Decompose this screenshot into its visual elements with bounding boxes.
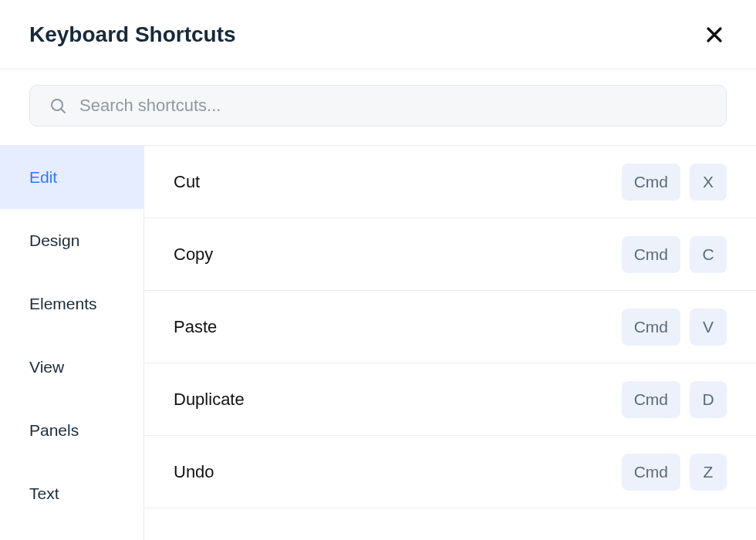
search-box[interactable] [29,85,727,127]
sidebar-item-label: View [29,358,64,376]
shortcut-row: Undo Cmd Z [144,436,756,508]
close-button[interactable] [702,22,727,47]
shortcut-keys: Cmd C [622,236,727,273]
page-title: Keyboard Shortcuts [29,22,236,47]
sidebar-item-label: Elements [29,295,97,313]
sidebar-item-label: Edit [29,168,57,187]
shortcut-keys: Cmd D [622,381,727,418]
sidebar-item-label: Text [29,484,59,503]
shortcut-label: Duplicate [174,390,245,410]
shortcut-row: Copy Cmd C [144,218,756,291]
key: Cmd [622,309,680,346]
sidebar: Edit Design Elements View Panels Text [0,146,143,540]
shortcut-list: Cut Cmd X Copy Cmd C Paste Cmd V Duplica… [143,146,756,540]
close-icon [705,25,724,44]
shortcut-row: Duplicate Cmd D [144,363,756,436]
shortcut-row: Paste Cmd V [144,291,756,363]
shortcut-label: Copy [174,245,213,265]
key: V [690,309,727,346]
key: C [690,236,727,273]
search-icon [49,96,67,115]
sidebar-item-text[interactable]: Text [0,462,143,525]
shortcut-label: Cut [174,172,200,192]
shortcut-label: Paste [174,317,217,337]
shortcut-row: Cut Cmd X [144,146,756,218]
key: X [690,164,727,201]
key: Cmd [622,381,680,418]
sidebar-item-view[interactable]: View [0,336,143,399]
sidebar-item-elements[interactable]: Elements [0,272,143,336]
shortcut-keys: Cmd Z [622,454,727,491]
body: Edit Design Elements View Panels Text Cu… [0,146,756,540]
svg-line-1 [61,109,65,113]
sidebar-item-panels[interactable]: Panels [0,399,143,462]
shortcut-keys: Cmd V [622,309,727,346]
key: D [690,381,727,418]
shortcut-label: Undo [174,462,214,482]
sidebar-item-label: Panels [29,421,79,440]
sidebar-item-edit[interactable]: Edit [0,146,143,209]
header: Keyboard Shortcuts [0,0,756,69]
search-area [0,69,756,146]
search-input[interactable] [79,96,707,116]
shortcut-row [144,508,756,540]
sidebar-item-label: Design [29,231,79,250]
key: Cmd [622,236,680,273]
shortcut-keys: Cmd X [622,164,727,201]
key: Z [690,454,727,491]
sidebar-item-design[interactable]: Design [0,209,143,272]
key: Cmd [622,454,680,491]
key: Cmd [622,164,680,201]
